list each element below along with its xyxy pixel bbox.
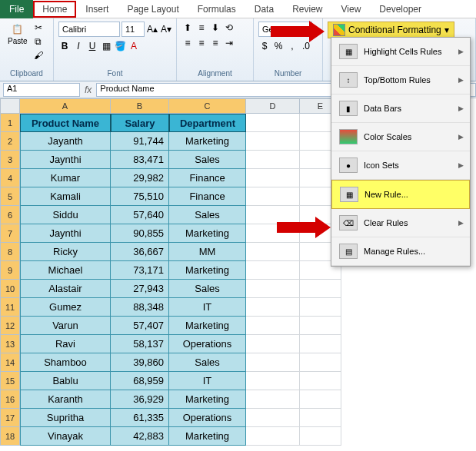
col-header-c[interactable]: C bbox=[169, 98, 246, 114]
align-top-icon[interactable]: ⬆ bbox=[181, 22, 194, 34]
name-box[interactable]: A1 bbox=[3, 83, 80, 97]
row-header[interactable]: 16 bbox=[0, 390, 20, 409]
tab-formulas[interactable]: Formulas bbox=[188, 1, 245, 18]
row-header[interactable]: 12 bbox=[0, 317, 20, 335]
orientation-icon[interactable]: ⟲ bbox=[223, 22, 235, 34]
row-header[interactable]: 18 bbox=[0, 427, 20, 446]
row-header[interactable]: 2 bbox=[0, 132, 20, 151]
data-cell[interactable]: 57,407 bbox=[111, 317, 169, 335]
tab-view[interactable]: View bbox=[332, 1, 371, 18]
row-header[interactable]: 10 bbox=[0, 280, 20, 298]
empty-cell[interactable] bbox=[246, 151, 300, 169]
empty-cell[interactable] bbox=[246, 409, 300, 427]
data-cell[interactable]: Jaynthi bbox=[20, 224, 111, 243]
data-cell[interactable]: 36,667 bbox=[111, 243, 169, 261]
data-cell[interactable]: 88,348 bbox=[111, 298, 169, 317]
data-cell[interactable]: IT bbox=[169, 298, 246, 317]
menu-clear-rules[interactable]: ⌫ Clear Rules ▶ bbox=[331, 209, 470, 237]
data-cell[interactable]: Marketing bbox=[169, 132, 246, 151]
data-cell[interactable]: Sales bbox=[169, 353, 246, 372]
select-all-corner[interactable] bbox=[0, 98, 20, 114]
row-header[interactable]: 7 bbox=[0, 224, 20, 243]
header-cell[interactable]: Product Name bbox=[20, 114, 111, 132]
grow-font-icon[interactable]: A▴ bbox=[146, 23, 158, 35]
tab-home[interactable]: Home bbox=[33, 1, 76, 18]
italic-icon[interactable]: I bbox=[72, 40, 85, 52]
empty-cell[interactable] bbox=[246, 335, 300, 353]
empty-cell[interactable] bbox=[300, 335, 341, 353]
data-cell[interactable]: 61,335 bbox=[111, 409, 169, 427]
fill-color-icon[interactable]: 🪣 bbox=[114, 40, 126, 52]
header-cell[interactable]: Department bbox=[169, 114, 246, 132]
empty-cell[interactable] bbox=[246, 353, 300, 372]
tab-developer[interactable]: Developer bbox=[370, 1, 431, 18]
row-header[interactable]: 3 bbox=[0, 151, 20, 169]
data-cell[interactable]: 75,510 bbox=[111, 187, 169, 206]
tab-review[interactable]: Review bbox=[283, 1, 331, 18]
data-cell[interactable]: Marketing bbox=[169, 224, 246, 243]
data-cell[interactable]: Ravi bbox=[20, 335, 111, 353]
tab-file[interactable]: File bbox=[0, 0, 33, 18]
row-header[interactable]: 8 bbox=[0, 243, 20, 261]
data-cell[interactable]: 90,855 bbox=[111, 224, 169, 243]
data-cell[interactable]: Bablu bbox=[20, 372, 111, 390]
col-header-b[interactable]: B bbox=[111, 98, 169, 114]
empty-cell[interactable] bbox=[246, 169, 300, 187]
tab-page-layout[interactable]: Page Layout bbox=[118, 1, 188, 18]
data-cell[interactable]: Ricky bbox=[20, 243, 111, 261]
data-cell[interactable]: 83,471 bbox=[111, 151, 169, 169]
data-cell[interactable]: Supritha bbox=[20, 409, 111, 427]
data-cell[interactable]: 27,943 bbox=[111, 280, 169, 298]
data-cell[interactable]: Finance bbox=[169, 187, 246, 206]
data-cell[interactable]: Jayanth bbox=[20, 132, 111, 151]
data-cell[interactable]: 39,860 bbox=[111, 353, 169, 372]
underline-icon[interactable]: U bbox=[86, 40, 98, 52]
empty-cell[interactable] bbox=[246, 114, 300, 132]
row-header[interactable]: 6 bbox=[0, 206, 20, 224]
indent-icon[interactable]: ⇥ bbox=[223, 37, 235, 49]
data-cell[interactable]: 36,929 bbox=[111, 390, 169, 409]
empty-cell[interactable] bbox=[246, 298, 300, 317]
row-header[interactable]: 14 bbox=[0, 353, 20, 372]
empty-cell[interactable] bbox=[246, 427, 300, 446]
data-cell[interactable]: Sales bbox=[169, 151, 246, 169]
data-cell[interactable]: 91,744 bbox=[111, 132, 169, 151]
menu-highlight-cells[interactable]: ▦ Highlight Cells Rules ▶ bbox=[331, 38, 470, 66]
col-header-d[interactable]: D bbox=[246, 98, 300, 114]
font-name-select[interactable]: Calibri bbox=[58, 22, 120, 37]
row-header[interactable]: 15 bbox=[0, 372, 20, 390]
data-cell[interactable]: Finance bbox=[169, 169, 246, 187]
align-center-icon[interactable]: ≡ bbox=[195, 37, 208, 49]
data-cell[interactable]: Vinayak bbox=[20, 427, 111, 446]
data-cell[interactable]: Marketing bbox=[169, 390, 246, 409]
row-header[interactable]: 13 bbox=[0, 335, 20, 353]
data-cell[interactable]: Michael bbox=[20, 261, 111, 280]
data-cell[interactable]: Varun bbox=[20, 317, 111, 335]
align-right-icon[interactable]: ≡ bbox=[209, 37, 221, 49]
empty-cell[interactable] bbox=[246, 372, 300, 390]
data-cell[interactable]: Kumar bbox=[20, 169, 111, 187]
data-cell[interactable]: Shamboo bbox=[20, 353, 111, 372]
data-cell[interactable]: 29,982 bbox=[111, 169, 169, 187]
header-cell[interactable]: Salary bbox=[111, 114, 169, 132]
align-middle-icon[interactable]: ≡ bbox=[195, 22, 208, 34]
tab-data[interactable]: Data bbox=[245, 1, 283, 18]
currency-icon[interactable]: $ bbox=[258, 40, 271, 52]
data-cell[interactable]: Marketing bbox=[169, 261, 246, 280]
font-size-select[interactable]: 11 bbox=[121, 22, 145, 37]
empty-cell[interactable] bbox=[246, 261, 300, 280]
tab-insert[interactable]: Insert bbox=[76, 1, 118, 18]
data-cell[interactable]: Jaynthi bbox=[20, 151, 111, 169]
row-header[interactable]: 11 bbox=[0, 298, 20, 317]
data-cell[interactable]: Marketing bbox=[169, 427, 246, 446]
empty-cell[interactable] bbox=[300, 427, 341, 446]
empty-cell[interactable] bbox=[300, 372, 341, 390]
empty-cell[interactable] bbox=[246, 317, 300, 335]
empty-cell[interactable] bbox=[300, 390, 341, 409]
row-header[interactable]: 5 bbox=[0, 187, 20, 206]
format-painter-icon[interactable]: 🖌 bbox=[32, 49, 45, 61]
empty-cell[interactable] bbox=[300, 280, 341, 298]
row-header[interactable]: 17 bbox=[0, 409, 20, 427]
data-cell[interactable]: 58,137 bbox=[111, 335, 169, 353]
data-cell[interactable]: Sales bbox=[169, 206, 246, 224]
